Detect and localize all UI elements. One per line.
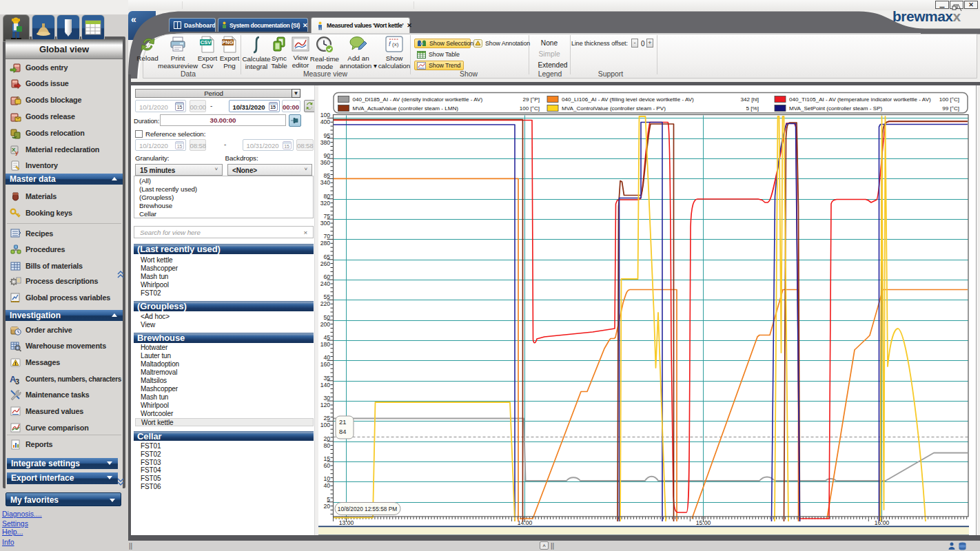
svg-text:25: 25: [323, 415, 330, 422]
svg-text:120: 120: [320, 402, 331, 408]
svg-text:30: 30: [323, 395, 330, 402]
svg-text:70: 70: [323, 233, 330, 240]
svg-text:40: 40: [323, 354, 330, 361]
svg-text:300: 300: [320, 220, 331, 227]
svg-text:140: 140: [320, 382, 331, 388]
svg-text:100: 100: [320, 422, 331, 428]
svg-text:220: 220: [320, 300, 331, 307]
svg-text:80: 80: [323, 193, 330, 200]
svg-text:20: 20: [323, 435, 330, 442]
svg-text:040_LI106_AI - AV (filling lev: 040_LI106_AI - AV (filling level device …: [562, 96, 694, 103]
svg-text:35: 35: [323, 375, 330, 382]
svg-text:99 [°C]: 99 [°C]: [942, 105, 959, 112]
svg-text:15: 15: [323, 455, 330, 462]
svg-text:5: 5: [327, 496, 330, 503]
svg-text:55: 55: [323, 293, 330, 300]
svg-text:14:00: 14:00: [518, 519, 533, 526]
svg-text:29 [°P]: 29 [°P]: [523, 96, 540, 103]
svg-text:400: 400: [320, 118, 331, 125]
svg-text:100 [°C]: 100 [°C]: [520, 105, 540, 112]
svg-text:5 [%]: 5 [%]: [746, 105, 759, 112]
svg-text:320: 320: [320, 200, 331, 207]
svg-text:160: 160: [320, 361, 331, 368]
svg-text:040_DI185_AI - AV (density ind: 040_DI185_AI - AV (density indicator wor…: [353, 96, 483, 103]
svg-text:60: 60: [323, 462, 330, 469]
svg-text:MVA_ActualValue (controller st: MVA_ActualValue (controller steam - LMN): [353, 105, 459, 112]
svg-text:260: 260: [320, 260, 331, 267]
svg-text:280: 280: [320, 240, 331, 247]
svg-text:50: 50: [323, 314, 330, 321]
svg-text:342 [hl]: 342 [hl]: [740, 96, 759, 103]
svg-text:21: 21: [339, 419, 346, 426]
svg-text:100: 100: [320, 112, 331, 118]
svg-text:60: 60: [323, 273, 330, 280]
svg-text:75: 75: [323, 213, 330, 220]
svg-text:65: 65: [323, 253, 330, 260]
svg-text:380: 380: [320, 139, 331, 146]
svg-text:80: 80: [323, 442, 330, 449]
svg-text:85: 85: [323, 172, 330, 179]
svg-text:MVA_SetPoint (controller steam: MVA_SetPoint (controller steam - SP): [789, 105, 883, 112]
svg-text:10/8/2020 12:55:58 PM: 10/8/2020 12:55:58 PM: [338, 506, 397, 512]
svg-text:100 [°C]: 100 [°C]: [939, 96, 959, 103]
svg-text:180: 180: [320, 341, 331, 348]
svg-text:84: 84: [339, 428, 346, 435]
svg-text:040_TI105_AI - AV (temperature: 040_TI105_AI - AV (temperature indicator…: [789, 96, 931, 103]
svg-text:360: 360: [320, 159, 331, 166]
svg-text:340: 340: [320, 179, 331, 186]
svg-text:16:00: 16:00: [875, 519, 890, 526]
svg-text:MVA_ControlValue (controller s: MVA_ControlValue (controller steam - PV): [562, 105, 666, 112]
svg-text:40: 40: [323, 482, 330, 489]
svg-text:45: 45: [323, 334, 330, 341]
svg-text:95: 95: [323, 132, 330, 139]
svg-text:20: 20: [323, 503, 330, 510]
svg-text:200: 200: [320, 321, 331, 328]
svg-text:10: 10: [323, 475, 330, 482]
svg-text:240: 240: [320, 280, 331, 287]
svg-text:13:00: 13:00: [339, 519, 354, 526]
svg-text:90: 90: [323, 152, 330, 159]
svg-text:15:00: 15:00: [696, 519, 711, 526]
